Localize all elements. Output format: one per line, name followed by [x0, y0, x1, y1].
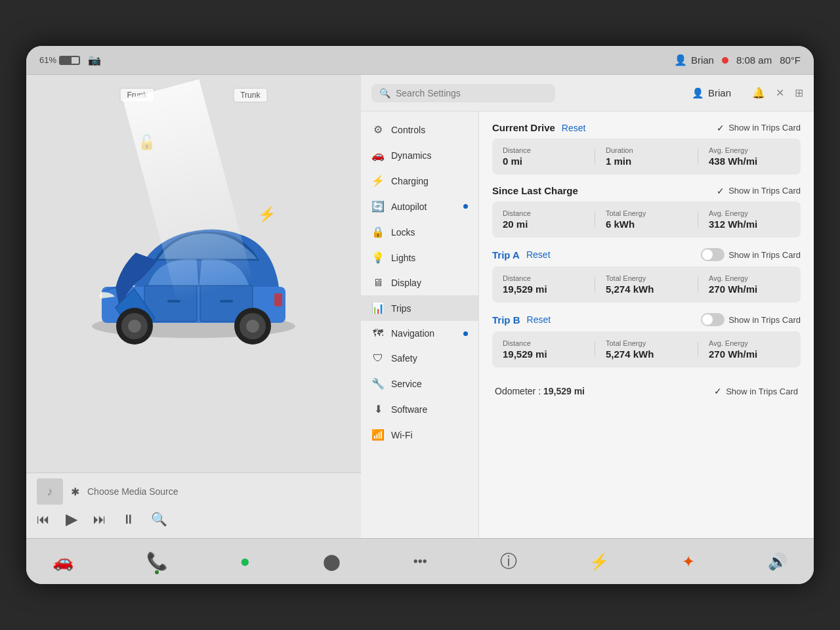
close-icon[interactable]: ✕ — [776, 87, 784, 99]
safety-label: Safety — [391, 353, 417, 364]
left-panel: Frunk Trunk 🔓 ⚡ — [26, 75, 361, 538]
dock-phone[interactable]: 📞 — [146, 551, 167, 572]
search-media-button[interactable]: 🔍 — [151, 511, 167, 527]
dock-car[interactable]: 🚗 — [52, 551, 74, 572]
locks-label: Locks — [391, 227, 415, 238]
trunk-label[interactable]: Trunk — [233, 88, 267, 102]
sidebar-item-charging[interactable]: ⚡ Charging — [361, 168, 478, 194]
sidebar-item-trips[interactable]: 📊 Trips — [361, 295, 478, 321]
sidebar-item-wifi[interactable]: 📶 Wi-Fi — [361, 422, 478, 448]
trip-a-avg-label: Avg. Energy — [709, 274, 790, 282]
dock-volume[interactable]: 🔊 — [768, 553, 788, 571]
battery-indicator: 61% — [39, 55, 80, 65]
since-last-charge-section: Since Last Charge ✓ Show in Trips Card D… — [492, 185, 801, 238]
search-box[interactable]: 🔍 — [371, 84, 555, 102]
slc-energy-label: Total Energy — [606, 209, 687, 217]
sidebar-item-safety[interactable]: 🛡 Safety — [361, 346, 478, 371]
equalizer-button[interactable]: ⏸ — [122, 512, 135, 527]
divider3 — [595, 212, 595, 227]
wifi-label: Wi-Fi — [391, 430, 413, 440]
service-label: Service — [391, 379, 422, 389]
trip-a-avg-energy: Avg. Energy 270 Wh/mi — [709, 274, 790, 295]
play-button[interactable]: ▶ — [66, 510, 77, 528]
sidebar-item-controls[interactable]: ⚙ Controls — [361, 117, 478, 142]
trip-a-toggle[interactable] — [701, 248, 724, 261]
skip-back-button[interactable]: ⏮ — [37, 512, 50, 527]
sidebar-item-display[interactable]: 🖥 Display — [361, 270, 478, 295]
trip-b-total-energy: Total Energy 5,274 kWh — [606, 339, 687, 360]
current-drive-check: ✓ — [717, 123, 724, 133]
car-icon: 🚗 — [52, 551, 74, 572]
dock-info[interactable]: ⓘ — [500, 550, 517, 573]
dock-bluetooth[interactable]: ⚡ — [589, 553, 609, 571]
lights-icon: 💡 — [371, 251, 385, 264]
wifi-icon: 📶 — [371, 429, 385, 441]
svg-rect-12 — [220, 300, 233, 303]
status-time: 8:08 am — [736, 54, 772, 66]
divider7 — [595, 342, 595, 357]
user-icon: 👤 — [674, 54, 687, 66]
dock-more[interactable]: ••• — [413, 554, 427, 569]
dynamics-label: Dynamics — [391, 150, 431, 161]
slc-avg-label: Avg. Energy — [709, 209, 790, 217]
sidebar-item-service[interactable]: 🔧 Service — [361, 371, 478, 396]
media-source-label[interactable]: Choose Media Source — [87, 486, 178, 497]
star-icon: ✦ — [682, 553, 695, 571]
slc-avg-energy: Avg. Energy 312 Wh/mi — [709, 209, 790, 230]
sidebar-item-dynamics[interactable]: 🚗 Dynamics — [361, 142, 478, 168]
battery-fill — [60, 57, 72, 64]
current-drive-energy-value: 438 Wh/mi — [709, 156, 790, 167]
grid-icon[interactable]: ⊞ — [795, 87, 803, 99]
dock-spotify[interactable]: ● — [240, 551, 251, 572]
sidebar-item-locks[interactable]: 🔒 Locks — [361, 219, 478, 245]
slc-energy-value: 6 kWh — [606, 219, 687, 230]
sidebar-item-lights[interactable]: 💡 Lights — [361, 245, 478, 270]
dock-circle[interactable]: ⬤ — [323, 553, 341, 571]
since-last-charge-card: Distance 20 mi Total Energy 6 kWh Avg. E… — [492, 201, 801, 238]
current-drive-distance-label: Distance — [503, 146, 584, 154]
settings-header: 🔍 👤 Brian 🔔 ✕ ⊞ — [361, 75, 814, 112]
since-last-charge-trips-label: Show in Trips Card — [728, 186, 801, 196]
software-label: Software — [391, 404, 427, 415]
status-bar: 61% 📷 👤 Brian 8:08 am 80°F — [26, 46, 814, 75]
dock-star[interactable]: ✦ — [682, 553, 695, 571]
trip-b-section: Trip B Reset Show in Trips Card Distance… — [492, 313, 801, 368]
media-artwork: ♪ — [37, 478, 63, 505]
current-drive-reset[interactable]: Reset — [562, 123, 586, 133]
controls-label: Controls — [391, 125, 425, 135]
locks-icon: 🔒 — [371, 226, 385, 238]
autopilot-label: Autopilot — [391, 201, 427, 212]
frunk-label[interactable]: Frunk — [120, 88, 155, 102]
info-icon: ⓘ — [500, 550, 517, 573]
sidebar-item-software[interactable]: ⬇ Software — [361, 396, 478, 422]
current-drive-header: Current Drive Reset ✓ Show in Trips Card — [492, 122, 801, 133]
trip-b-reset[interactable]: Reset — [527, 314, 551, 325]
trips-icon: 📊 — [371, 302, 385, 314]
svg-point-6 — [128, 320, 141, 333]
odometer-label: Odometer : — [495, 386, 541, 396]
skip-forward-button[interactable]: ⏭ — [93, 512, 106, 527]
svg-rect-11 — [167, 300, 180, 303]
trip-a-distance: Distance 19,529 mi — [503, 274, 584, 295]
since-last-charge-header: Since Last Charge ✓ Show in Trips Card — [492, 185, 801, 196]
current-drive-show-trips: ✓ Show in Trips Card — [717, 123, 801, 133]
bell-icon[interactable]: 🔔 — [752, 87, 765, 99]
spotify-icon: ● — [240, 551, 251, 572]
trip-a-total-energy: Total Energy 5,274 kWh — [606, 274, 687, 295]
right-panel: 🔍 👤 Brian 🔔 ✕ ⊞ ⚙ — [361, 75, 814, 538]
search-input[interactable] — [396, 88, 547, 98]
door-labels: Frunk Trunk — [120, 88, 268, 102]
trip-a-reset[interactable]: Reset — [526, 249, 551, 260]
settings-body: ⚙ Controls 🚗 Dynamics ⚡ Charging 🔄 Autop… — [361, 112, 814, 538]
safety-icon: 🛡 — [371, 352, 385, 364]
sidebar-item-autopilot[interactable]: 🔄 Autopilot — [361, 194, 478, 219]
autopilot-icon: 🔄 — [371, 200, 385, 213]
trip-b-toggle[interactable] — [701, 313, 724, 326]
trip-a-avg-value: 270 Wh/mi — [709, 284, 790, 295]
circle-icon: ⬤ — [323, 553, 341, 571]
current-drive-energy-label: Avg. Energy — [709, 146, 790, 154]
trip-b-header: Trip B Reset Show in Trips Card — [492, 313, 801, 326]
dynamics-icon: 🚗 — [371, 149, 385, 161]
sidebar-item-navigation[interactable]: 🗺 Navigation — [361, 321, 478, 346]
trips-label: Trips — [391, 303, 411, 314]
